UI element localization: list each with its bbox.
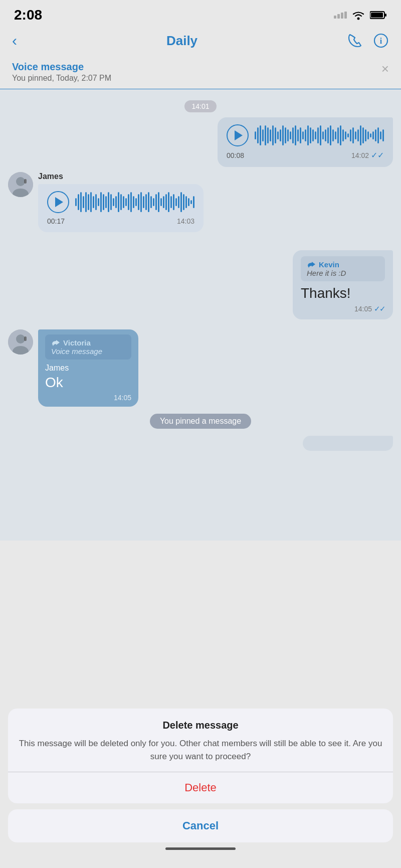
play-button[interactable]: [47, 191, 69, 213]
system-message-text: You pinned a message: [150, 414, 251, 429]
svg-rect-0: [334, 16, 336, 19]
reply-arrow-icon: [307, 261, 316, 269]
reply-text: Voice message: [51, 347, 125, 356]
voice-time: 14:02 ✓✓: [351, 150, 384, 160]
list-item: [8, 436, 393, 451]
pinned-close-button[interactable]: ×: [381, 61, 389, 77]
sender-name: James: [38, 172, 204, 181]
reply-arrow-icon: [51, 339, 60, 347]
cancel-dialog: Cancel: [8, 809, 393, 842]
play-icon: [55, 197, 63, 207]
voice-message-received: James: [38, 172, 204, 232]
message-bubble-ok: Victoria Voice message James Ok 14:05: [38, 329, 138, 407]
back-button[interactable]: ‹: [12, 32, 17, 49]
delete-button[interactable]: Delete: [8, 772, 393, 803]
dialog-title: Delete message: [18, 720, 383, 731]
status-bar: 2:08: [0, 0, 401, 27]
message-text: Thanks!: [301, 285, 385, 301]
wifi-icon: [352, 10, 365, 20]
list-item: James: [8, 172, 393, 232]
cancel-button[interactable]: Cancel: [8, 809, 393, 842]
message-text: Ok: [45, 375, 131, 391]
status-icons: [334, 10, 387, 20]
dialog-header: Delete message This message will be dele…: [8, 709, 393, 772]
svg-rect-3: [344, 12, 347, 19]
read-check-icon: ✓✓: [374, 304, 385, 313]
dialog-body: This message will be deleted only for yo…: [18, 737, 383, 763]
svg-rect-1: [337, 14, 340, 19]
avatar: [8, 329, 33, 355]
signal-icon: [334, 12, 347, 19]
chat-area: 14:01: [0, 89, 401, 541]
read-check-icon: ✓✓: [371, 150, 384, 160]
message-time: 14:05: [114, 394, 131, 402]
pinned-banner: Voice message You pinned, Today, 2:07 PM…: [0, 56, 401, 89]
list-item: Kevin Here it is :D Thanks! 14:05 ✓✓: [8, 250, 393, 319]
header: ‹ Daily i: [0, 27, 401, 56]
james-label: James: [45, 364, 131, 373]
call-icon[interactable]: [347, 33, 363, 49]
header-icons: i: [347, 33, 389, 49]
play-icon: [235, 130, 243, 140]
voice-duration: 00:08: [227, 151, 244, 159]
play-button[interactable]: [227, 124, 249, 146]
svg-point-15: [16, 334, 25, 343]
delete-dialog: Delete message This message will be dele…: [8, 709, 393, 803]
svg-point-4: [357, 18, 360, 20]
svg-rect-13: [24, 179, 27, 184]
reply-sender-name: Kevin: [307, 260, 379, 269]
message-bubble-thanks: Kevin Here it is :D Thanks! 14:05 ✓✓: [293, 250, 393, 319]
timestamp-badge: 14:01: [8, 100, 393, 112]
home-indicator: [0, 842, 401, 853]
svg-rect-6: [371, 13, 383, 18]
pinned-banner-content: Voice message You pinned, Today, 2:07 PM: [12, 61, 111, 83]
svg-rect-7: [385, 14, 386, 17]
system-message: You pinned a message: [8, 414, 393, 429]
svg-point-11: [16, 177, 25, 186]
voice-message-sent: 00:08 14:02 ✓✓: [218, 117, 393, 167]
table-row: 00:08 14:02 ✓✓: [8, 117, 393, 167]
waveform: [255, 125, 384, 145]
pinned-subtitle: You pinned, Today, 2:07 PM: [12, 74, 111, 83]
voice-time: 14:03: [177, 217, 194, 225]
dialog-overlay: Delete message This message will be dele…: [0, 709, 401, 868]
waveform: [75, 192, 194, 212]
timestamp-label: 14:01: [184, 100, 216, 112]
info-icon[interactable]: i: [373, 33, 389, 49]
reply-text: Here it is :D: [307, 269, 379, 277]
avatar: [8, 172, 33, 197]
status-time: 2:08: [14, 7, 42, 23]
message-time: 14:05: [354, 305, 372, 313]
svg-rect-17: [24, 336, 27, 341]
home-bar: [165, 847, 236, 850]
reply-quote: Victoria Voice message: [45, 334, 131, 360]
voice-duration: 00:17: [47, 217, 65, 225]
pinned-title: Voice message: [12, 61, 111, 73]
svg-rect-2: [341, 13, 343, 19]
battery-icon: [370, 11, 387, 20]
reply-sender-name: Victoria: [51, 338, 125, 347]
reply-quote: Kevin Here it is :D: [301, 256, 385, 281]
list-item: Victoria Voice message James Ok 14:05: [8, 329, 393, 407]
header-title: Daily: [166, 33, 197, 49]
svg-text:i: i: [380, 37, 382, 45]
